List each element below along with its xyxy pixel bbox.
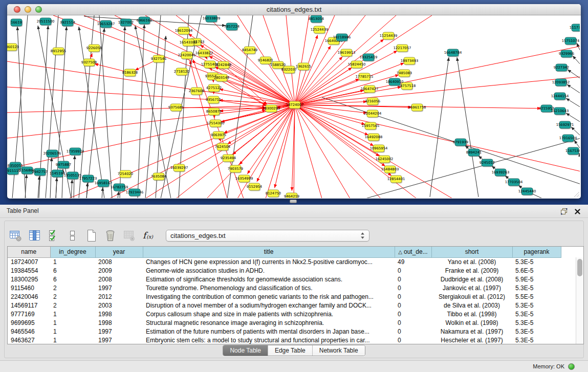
table-cell[interactable]: Genome-wide association studies in ADHD.	[143, 266, 395, 275]
network-canvas[interactable]: 1872400718300295186120941986170316433822…	[7, 15, 580, 198]
table-cell[interactable]: 0	[395, 292, 431, 301]
column-header-name[interactable]: name	[8, 247, 50, 257]
graph-node[interactable]: 16961758	[408, 104, 426, 112]
table-cell[interactable]: 5.3E-5	[512, 257, 561, 266]
table-cell[interactable]: Tibbo et al. (1998)	[431, 310, 512, 318]
graph-node[interactable]: 15484803	[381, 166, 399, 173]
table-cell[interactable]: 1998	[95, 318, 143, 327]
table-cell[interactable]: 19384554	[8, 266, 50, 275]
table-cell[interactable]: Stergiakouli et al. (2012)	[431, 292, 512, 301]
tab-node-table[interactable]: Node Table	[223, 345, 268, 356]
graph-node[interactable]: 9235494	[221, 155, 236, 162]
graph-node[interactable]: 9152954	[247, 183, 262, 191]
table-cell[interactable]: 5.3E-5	[512, 301, 561, 310]
table-cell[interactable]: Estimation of significance thresholds fo…	[143, 275, 395, 283]
zoom-window-button[interactable]	[35, 6, 42, 13]
column-header-short[interactable]: short	[431, 247, 512, 257]
table-cell[interactable]: Estimation of the future numbers of pati…	[143, 327, 395, 336]
column-header-in_degree[interactable]: in_degree	[50, 247, 95, 257]
table-row[interactable]: 946362711997Embryonic stem cells: a mode…	[8, 336, 576, 344]
table-cell[interactable]: 2003	[95, 301, 143, 310]
graph-node[interactable]: 16648784	[444, 49, 462, 57]
graph-node[interactable]: 8322037	[281, 66, 297, 74]
delete-table-icon[interactable]	[102, 227, 118, 244]
graph-node[interactable]: 9227342	[554, 64, 569, 72]
graph-node[interactable]: 15751074	[562, 37, 580, 45]
table-cell[interactable]: de Silva et al. (2003)	[431, 301, 512, 310]
graph-node[interactable]: 12093852	[552, 79, 570, 86]
graph-node[interactable]: 8650875	[206, 108, 222, 116]
table-scrollbar-thumb[interactable]	[577, 259, 582, 276]
column-visibility-icon[interactable]	[26, 227, 42, 244]
table-cell[interactable]: 0	[395, 327, 431, 336]
float-panel-icon[interactable]	[560, 208, 568, 215]
table-cell[interactable]: 5.3E-5	[512, 310, 561, 318]
graph-node[interactable]: 9975887	[56, 161, 71, 169]
graph-node[interactable]: 3921514	[60, 19, 75, 27]
graph-node[interactable]: 4275122	[206, 84, 222, 92]
table-cell[interactable]: Wolkin et al. (1998)	[431, 318, 512, 327]
graph-node[interactable]: 16619	[11, 19, 23, 27]
graph-node[interactable]: 15692971	[556, 121, 574, 129]
graph-node[interactable]: 12444154	[551, 93, 569, 100]
tab-edge-table[interactable]: Edge Table	[268, 345, 313, 356]
table-scrollbar[interactable]	[576, 257, 583, 344]
graph-node[interactable]: 9063975	[211, 132, 226, 139]
table-cell[interactable]: Disruption of a novel member of a sodium…	[143, 301, 395, 310]
table-cell[interactable]: Franke et al. (2009)	[431, 266, 512, 275]
graph-node[interactable]: 2367608	[189, 87, 204, 95]
table-row[interactable]: 911546021997Tourette syndrome. Phenomeno…	[8, 283, 576, 292]
table-cell[interactable]: 1997	[95, 327, 143, 336]
graph-node[interactable]: 9245012	[480, 159, 495, 167]
table-row[interactable]: 977716911998Corpus callosum shape and si…	[8, 310, 576, 318]
graph-node[interactable]: 9464219	[284, 193, 299, 198]
table-cell[interactable]: 1998	[95, 310, 143, 318]
graph-node[interactable]: 8894241	[466, 149, 482, 157]
graph-node[interactable]: 12923446	[126, 189, 144, 196]
table-cell[interactable]: 5.5E-5	[512, 292, 561, 301]
table-cell[interactable]: 2012	[95, 292, 143, 301]
column-header-pagerank[interactable]: pagerank	[512, 247, 561, 257]
table-selector-dropdown[interactable]: citations_edges.txt	[166, 230, 369, 242]
panel-splitter-handle[interactable]	[290, 200, 297, 203]
table-cell[interactable]: 9115460	[8, 283, 50, 292]
graph-node[interactable]: 12854401	[387, 176, 405, 183]
graph-node[interactable]: 9327546	[151, 55, 166, 63]
table-cell[interactable]: 1	[50, 336, 95, 344]
graph-node[interactable]: 9329966	[559, 50, 574, 58]
graph-node[interactable]: 20511500	[37, 18, 55, 26]
table-cell[interactable]: 18300295	[8, 275, 50, 283]
graph-node[interactable]: 7903579	[228, 165, 243, 173]
table-cell[interactable]: 1	[50, 327, 95, 336]
table-cell[interactable]: Structural magnetic resonance image aver…	[143, 318, 395, 327]
table-row[interactable]: 1938455462009Genome-wide association stu…	[8, 266, 576, 275]
graph-node[interactable]: 16033809	[203, 15, 221, 23]
table-cell[interactable]: Nakamura et al. (1997)	[431, 327, 512, 336]
graph-node[interactable]: 8912955	[51, 48, 66, 55]
graph-node[interactable]: 8860123	[7, 43, 19, 51]
select-all-rows-icon[interactable]	[45, 227, 61, 244]
network-window-titlebar[interactable]: citations_edges.txt	[7, 4, 581, 15]
table-cell[interactable]: 0	[395, 266, 431, 275]
graph-node[interactable]: 8186328	[122, 69, 138, 77]
table-cell[interactable]: 9699695	[8, 318, 50, 327]
graph-node[interactable]: 8813054	[309, 15, 324, 23]
table-options-icon[interactable]	[7, 227, 24, 244]
graph-node[interactable]: 9226058	[86, 45, 102, 52]
table-cell[interactable]: 0	[395, 283, 431, 292]
tab-network-table[interactable]: Network Table	[313, 345, 365, 356]
graph-node[interactable]: 7624504	[215, 143, 230, 151]
graph-node[interactable]: 11254439	[380, 32, 398, 40]
graph-node[interactable]: 7857224	[224, 23, 239, 31]
table-cell[interactable]: 5.9E-5	[512, 275, 561, 283]
table-cell[interactable]: 5.3E-5	[512, 327, 561, 336]
table-cell[interactable]: 1997	[95, 283, 143, 292]
graph-node[interactable]: 10647427	[361, 85, 379, 93]
graph-node[interactable]: 1362615	[296, 63, 311, 71]
table-cell[interactable]: 2	[50, 292, 95, 301]
graph-node[interactable]: 17785715	[356, 73, 374, 81]
graph-node[interactable]: 1145194	[50, 170, 65, 178]
graph-node[interactable]: 2803144	[214, 74, 229, 82]
graph-node[interactable]: 2718120	[174, 68, 189, 76]
network-window[interactable]: citations_edges.txt 18724007183002951861…	[7, 4, 581, 199]
